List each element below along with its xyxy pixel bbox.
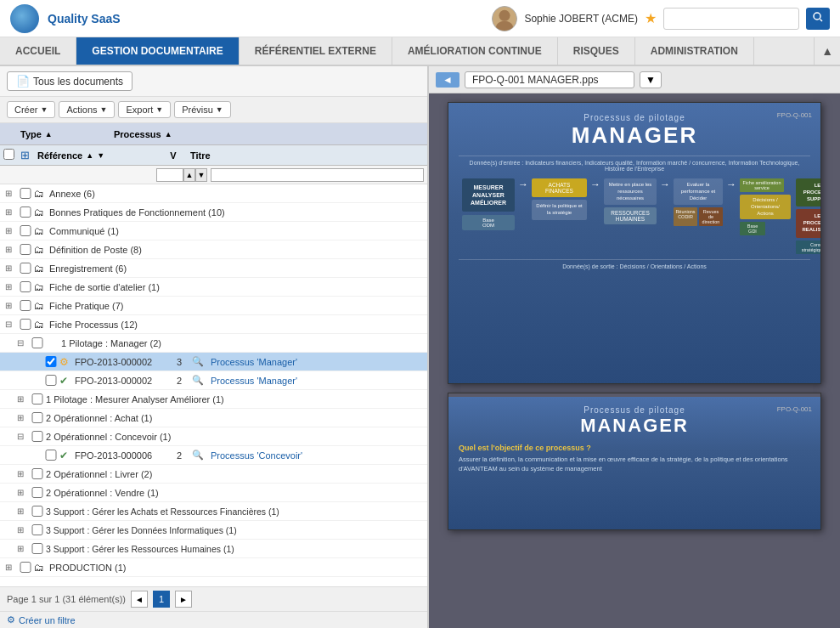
expand-icon[interactable]: ⊞ <box>17 544 31 553</box>
nav-collapse-button[interactable]: ▲ <box>814 37 840 65</box>
row-checkbox[interactable] <box>19 225 32 236</box>
svg-point-2 <box>814 13 820 20</box>
slide-1: FPO-Q-001 Processus de pilotage MANAGER … <box>448 102 821 384</box>
all-documents-tab[interactable]: 📄 Tous les documents <box>7 71 132 91</box>
expand-icon[interactable]: ⊞ <box>5 282 19 291</box>
row-checkbox[interactable] <box>31 393 44 405</box>
list-item[interactable]: ⊟ 2 Opérationnel : Concevoir (1) <box>0 427 427 446</box>
row-checkbox[interactable] <box>31 487 44 498</box>
preview-back-button[interactable]: ◄ <box>436 72 459 88</box>
row-checkbox[interactable] <box>44 356 58 367</box>
preview-filename: FPO-Q-001 MANAGER.pps <box>465 71 634 88</box>
row-checkbox[interactable] <box>19 207 32 218</box>
list-item[interactable]: ⊞ 3 Support : Gérer les Ressources Humai… <box>0 540 427 558</box>
row-checkbox[interactable] <box>31 337 44 348</box>
nav-administration[interactable]: ADMINISTRATION <box>635 37 754 65</box>
filter-v-down[interactable]: ▼ <box>195 168 207 182</box>
expand-icon[interactable]: ⊞ <box>17 525 31 535</box>
list-item[interactable]: ⊞ 🗂 Fiche de sortie d'atelier (1) <box>0 278 427 297</box>
nav-amelioration-continue[interactable]: AMÉLIORATION CONTINUE <box>392 37 558 65</box>
row-checkbox[interactable] <box>31 431 44 442</box>
row-checkbox[interactable] <box>44 450 58 461</box>
pagination-info: Page 1 sur 1 (31 élément(s)) <box>7 594 126 604</box>
search-doc-icon[interactable]: 🔍 <box>192 450 211 461</box>
row-checkbox[interactable] <box>31 543 44 554</box>
list-item[interactable]: ⊞ 2 Opérationnel : Livrer (2) <box>0 465 427 484</box>
row-checkbox[interactable] <box>19 281 32 292</box>
list-item[interactable]: ⊞ 🗂 PRODUCTION (1) <box>0 558 427 577</box>
row-checkbox[interactable] <box>31 468 44 479</box>
expand-icon[interactable]: ⊞ <box>17 394 31 404</box>
list-item[interactable]: ✔ FPO-2013-000002 2 🔍 Processus 'Manager… <box>0 371 427 390</box>
slide-2-content: FPO-Q-001 Processus de pilotage MANAGER … <box>448 393 820 529</box>
item-label: Annexe (6) <box>49 189 427 199</box>
export-button[interactable]: Export ▼ <box>118 101 171 118</box>
col-type-header[interactable]: Type ▲ <box>3 129 114 139</box>
expand-icon[interactable]: ⊞ <box>5 301 19 310</box>
list-item[interactable]: ⊟ 🗂 Fiche Processus (12) <box>0 315 427 334</box>
filter-title-input[interactable] <box>211 168 424 182</box>
folder-icon: 🗂 <box>34 263 49 274</box>
expand-icon[interactable]: ⊞ <box>5 189 19 198</box>
prev-page-button[interactable]: ◄ <box>131 591 148 608</box>
expand-icon[interactable]: ⊞ <box>17 488 31 497</box>
expand-icon[interactable]: ⊞ <box>5 263 19 273</box>
nav-accueil[interactable]: ACCUEIL <box>0 37 76 65</box>
row-checkbox[interactable] <box>19 562 32 573</box>
expand-icon[interactable]: ⊞ <box>17 413 31 422</box>
add-icon[interactable]: ⊞ <box>20 149 30 161</box>
list-item[interactable]: ⊞ 3 Support : Gérer les Données Informat… <box>0 521 427 540</box>
filter-v-up[interactable]: ▲ <box>183 168 195 182</box>
row-checkbox[interactable] <box>19 244 32 255</box>
preview-dropdown-button[interactable]: ▼ <box>640 71 662 88</box>
filter-v-input[interactable] <box>156 168 183 182</box>
nav-referentiel-externe[interactable]: RÉFÉRENTIEL EXTERNE <box>240 37 392 65</box>
list-item[interactable]: ⊞ 🗂 Bonnes Pratiques de Fonctionnement (… <box>0 203 427 222</box>
collapse-icon[interactable]: ⊟ <box>17 338 31 348</box>
list-item[interactable]: ⊞ 2 Opérationnel : Vendre (1) <box>0 484 427 502</box>
expand-icon[interactable]: ⊞ <box>5 563 19 572</box>
search-button[interactable] <box>806 8 830 30</box>
row-checkbox[interactable] <box>31 524 44 535</box>
expand-icon[interactable]: ⊞ <box>5 207 19 217</box>
preview-button[interactable]: Prévisu ▼ <box>174 101 231 118</box>
col-processus-header[interactable]: Processus ▲ <box>114 129 424 139</box>
expand-icon[interactable]: ⊞ <box>17 469 31 478</box>
select-all-checkbox[interactable] <box>3 149 14 160</box>
list-item[interactable]: ⊞ 🗂 Fiche Pratique (7) <box>0 297 427 315</box>
list-item[interactable]: ⊞ 2 Opérationnel : Achat (1) <box>0 409 427 427</box>
star-icon[interactable]: ★ <box>645 10 657 26</box>
search-doc-icon[interactable]: 🔍 <box>192 375 211 386</box>
row-checkbox[interactable] <box>19 263 32 274</box>
row-checkbox[interactable] <box>19 319 32 330</box>
actions-button[interactable]: Actions ▼ <box>59 101 115 118</box>
list-item[interactable]: ⊞ 1 Pilotage : Mesurer Analyser Améliore… <box>0 390 427 409</box>
search-doc-icon[interactable]: 🔍 <box>192 356 211 367</box>
list-item[interactable]: ✔ FPO-2013-000006 2 🔍 Processus 'Concevo… <box>0 446 427 465</box>
list-item[interactable]: ⊞ 🗂 Annexe (6) <box>0 184 427 203</box>
list-item[interactable]: ⊞ 🗂 Communiqué (1) <box>0 222 427 240</box>
nav-risques[interactable]: RISQUES <box>558 37 635 65</box>
create-button[interactable]: Créer ▼ <box>7 101 55 118</box>
expand-icon[interactable]: ⊞ <box>5 226 19 235</box>
expand-icon[interactable]: ⊞ <box>5 245 19 254</box>
search-input[interactable] <box>663 8 799 30</box>
col-v-header[interactable]: V <box>156 150 190 161</box>
create-filter-link[interactable]: ⚙ Créer un filtre <box>7 614 420 625</box>
list-item[interactable]: ⚙ FPO-2013-000002 3 🔍 Processus 'Manager… <box>0 353 427 371</box>
list-item[interactable]: ⊞ 3 Support : Gérer les Achats et Ressou… <box>0 502 427 521</box>
row-checkbox[interactable] <box>19 300 32 311</box>
expand-icon[interactable]: ⊞ <box>17 506 31 516</box>
nav-gestion-documentaire[interactable]: GESTION DOCUMENTAIRE <box>76 37 239 65</box>
col-ref-header[interactable]: Référence ▲ ▼ <box>37 150 156 161</box>
collapse-icon[interactable]: ⊟ <box>17 432 31 441</box>
list-item[interactable]: ⊟ 1 Pilotage : Manager (2) <box>0 334 427 353</box>
list-item[interactable]: ⊞ 🗂 Enregistrement (6) <box>0 259 427 278</box>
row-checkbox[interactable] <box>19 188 32 199</box>
list-item[interactable]: ⊞ 🗂 Définition de Poste (8) <box>0 240 427 259</box>
next-page-button[interactable]: ► <box>175 591 192 608</box>
collapse-icon[interactable]: ⊟ <box>5 320 19 329</box>
row-checkbox[interactable] <box>31 412 44 423</box>
row-checkbox[interactable] <box>44 375 58 386</box>
row-checkbox[interactable] <box>31 506 44 517</box>
